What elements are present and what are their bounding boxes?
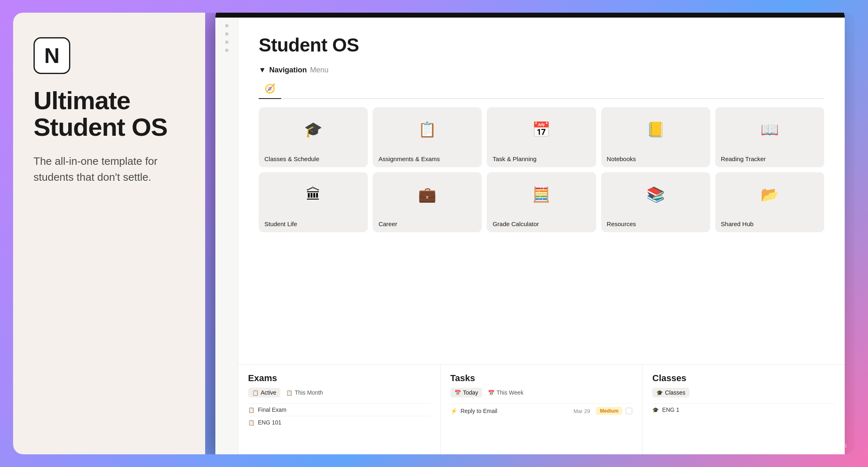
shared-hub-icon: 📂 bbox=[761, 186, 779, 203]
nav-card-tasks[interactable]: 📅 Task & Planning bbox=[487, 107, 596, 167]
resources-icon-area: 📚 bbox=[601, 172, 710, 217]
outer-wrapper: N Ultimate Student OS The all-in-one tem… bbox=[13, 13, 855, 454]
exams-tabs: 📋 Active 📋 This Month bbox=[248, 388, 430, 397]
tasks-tabs: 📅 Today 📅 This Week bbox=[450, 388, 633, 397]
compass-icon: 🧭 bbox=[264, 83, 275, 94]
assignments-label: Assignments & Exams bbox=[373, 152, 482, 167]
page-title: Student OS bbox=[259, 34, 824, 56]
tasks-icon-area: 📅 bbox=[487, 107, 596, 152]
task-item-1-label: Reply to Email bbox=[461, 408, 570, 414]
tasks-today-label: Today bbox=[463, 389, 478, 396]
exam-item-1[interactable]: 📋 Final Exam bbox=[248, 403, 430, 416]
content-area: Student OS ▼ Navigation Menu bbox=[238, 18, 845, 364]
classes-bottom-section: Classes 🎓 Classes 🎓 ENG 1 bbox=[642, 365, 845, 454]
left-panel: N Ultimate Student OS The all-in-one tem… bbox=[13, 13, 205, 454]
nav-grid-row1: 🎓 Classes & Schedule 📋 Assignments & Exa… bbox=[259, 107, 824, 167]
reading-icon-area: 📖 bbox=[715, 107, 824, 152]
tasks-week-icon: 📅 bbox=[488, 390, 494, 396]
classes-tab-icon: 🎓 bbox=[656, 390, 663, 396]
resources-icon: 📚 bbox=[647, 186, 665, 203]
sidebar-dot-3 bbox=[225, 40, 228, 44]
app-title: Ultimate Student OS bbox=[34, 87, 185, 140]
nav-card-reading[interactable]: 📖 Reading Tracker bbox=[715, 107, 824, 167]
exams-active-label: Active bbox=[261, 389, 276, 396]
exams-month-label: This Month bbox=[295, 389, 323, 396]
notion-logo: N bbox=[34, 37, 70, 74]
classes-icon: 🎓 bbox=[304, 121, 322, 138]
reading-icon: 📖 bbox=[761, 121, 779, 138]
reading-label: Reading Tracker bbox=[715, 152, 824, 167]
exams-month-icon: 📋 bbox=[286, 390, 293, 396]
classes-tabs: 🎓 Classes bbox=[652, 388, 835, 397]
nav-card-notebooks[interactable]: 📒 Notebooks bbox=[601, 107, 710, 167]
exam-item-1-label: Final Exam bbox=[258, 406, 286, 413]
nav-card-resources[interactable]: 📚 Resources bbox=[601, 172, 710, 232]
exams-section: Exams 📋 Active 📋 This Month bbox=[238, 365, 441, 454]
nav-card-shared-hub[interactable]: 📂 Shared Hub bbox=[715, 172, 824, 232]
tasks-week-label: This Week bbox=[497, 389, 523, 396]
class-item-1[interactable]: 🎓 ENG 1 bbox=[652, 403, 835, 416]
exam-item-1-icon: 📋 bbox=[248, 407, 255, 413]
exam-item-2[interactable]: 📋 ENG 101 bbox=[248, 416, 430, 429]
assignments-icon: 📋 bbox=[418, 121, 436, 138]
classes-icon-area: 🎓 bbox=[259, 107, 368, 152]
notebooks-icon-area: 📒 bbox=[601, 107, 710, 152]
nav-card-student-life[interactable]: 🏛 Student Life bbox=[259, 172, 368, 232]
nav-card-classes[interactable]: 🎓 Classes & Schedule bbox=[259, 107, 368, 167]
tasks-label: Task & Planning bbox=[487, 152, 596, 167]
sidebar-dot-4 bbox=[225, 49, 228, 52]
tasks-icon: 📅 bbox=[532, 121, 550, 138]
tasks-title: Tasks bbox=[450, 373, 633, 384]
notion-sidebar bbox=[215, 18, 238, 454]
exams-title: Exams bbox=[248, 373, 430, 384]
tasks-tab-today[interactable]: 📅 Today bbox=[450, 388, 482, 397]
classes-tab[interactable]: 🎓 Classes bbox=[652, 388, 689, 397]
exam-item-2-icon: 📋 bbox=[248, 420, 255, 426]
task-item-1-badge: Medium bbox=[596, 407, 622, 415]
nav-header-label: Navigation bbox=[269, 66, 307, 74]
grade-label: Grade Calculator bbox=[487, 217, 596, 232]
task-item-1-checkbox[interactable] bbox=[626, 408, 632, 414]
student-life-icon: 🏛 bbox=[306, 186, 321, 203]
classes-tab-label: Classes bbox=[665, 389, 685, 396]
notebooks-label: Notebooks bbox=[601, 152, 710, 167]
nav-toggle-icon: ▼ bbox=[259, 66, 266, 74]
tasks-section: Tasks 📅 Today 📅 This Week bbox=[441, 365, 643, 454]
student-life-label: Student Life bbox=[259, 217, 368, 232]
tablet-screen: Student OS ▼ Navigation Menu bbox=[215, 18, 845, 454]
tasks-today-icon: 📅 bbox=[454, 390, 461, 396]
main-content: Student OS ▼ Navigation Menu bbox=[238, 18, 845, 454]
class-item-1-label: ENG 1 bbox=[662, 406, 679, 413]
bottom-sections: Exams 📋 Active 📋 This Month bbox=[238, 364, 845, 454]
assignments-icon-area: 📋 bbox=[373, 107, 482, 152]
student-life-icon-area: 🏛 bbox=[259, 172, 368, 217]
tablet-frame: Student OS ▼ Navigation Menu bbox=[215, 13, 845, 454]
sidebar-dot-1 bbox=[225, 24, 228, 27]
watermark: NickLafferty.com bbox=[795, 442, 847, 449]
nav-tab-bar: 🧭 bbox=[259, 81, 824, 99]
notebooks-icon: 📒 bbox=[647, 121, 665, 138]
resources-label: Resources bbox=[601, 217, 710, 232]
task-item-1-date: Mar 29 bbox=[574, 408, 590, 414]
exams-tab-active[interactable]: 📋 Active bbox=[248, 388, 280, 397]
tablet-frame-wrapper: Student OS ▼ Navigation Menu bbox=[205, 13, 855, 454]
nav-grid-row2: 🏛 Student Life 💼 Career bbox=[259, 172, 824, 232]
tasks-tab-week[interactable]: 📅 This Week bbox=[484, 388, 528, 397]
nav-section: ▼ Navigation Menu 🧭 bbox=[259, 66, 824, 232]
career-label: Career bbox=[373, 217, 482, 232]
nav-tab-compass[interactable]: 🧭 bbox=[259, 81, 281, 99]
tablet-top-bar bbox=[215, 13, 845, 18]
exams-tab-this-month[interactable]: 📋 This Month bbox=[282, 388, 327, 397]
task-item-1[interactable]: ⚡ Reply to Email Mar 29 Medium bbox=[450, 403, 633, 418]
sidebar-dot-2 bbox=[225, 32, 228, 36]
nav-card-grade[interactable]: 🧮 Grade Calculator bbox=[487, 172, 596, 232]
app-subtitle: The all-in-one template for students tha… bbox=[34, 153, 185, 185]
nav-card-assignments[interactable]: 📋 Assignments & Exams bbox=[373, 107, 482, 167]
nav-card-career[interactable]: 💼 Career bbox=[373, 172, 482, 232]
exam-item-2-label: ENG 101 bbox=[258, 419, 282, 426]
exams-active-icon: 📋 bbox=[252, 390, 259, 396]
grade-icon-area: 🧮 bbox=[487, 172, 596, 217]
nav-header-sub: Menu bbox=[310, 66, 329, 74]
classes-title: Classes bbox=[652, 373, 835, 384]
nav-header[interactable]: ▼ Navigation Menu bbox=[259, 66, 824, 74]
